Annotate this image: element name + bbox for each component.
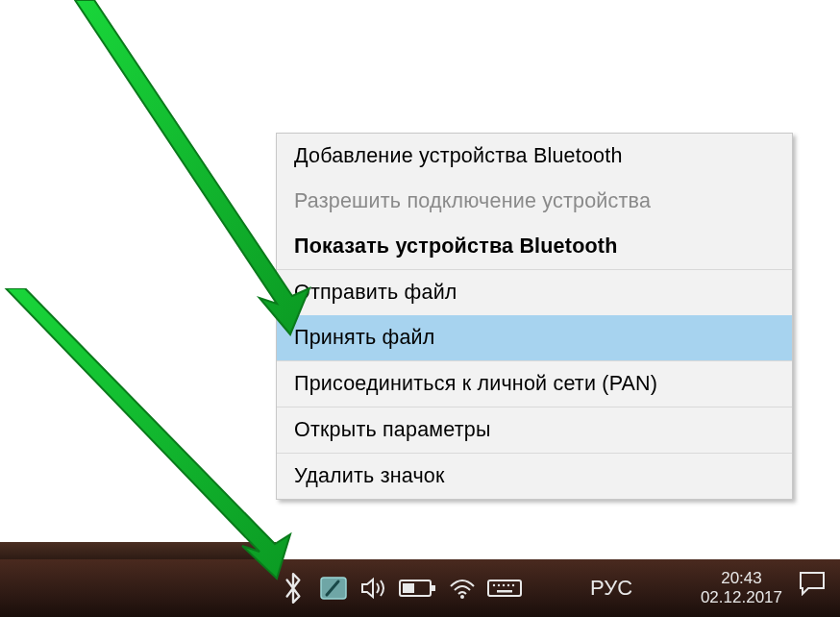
clock-date: 02.12.2017 [701, 588, 782, 607]
language-indicator[interactable]: РУС [590, 559, 632, 617]
svg-rect-11 [497, 590, 512, 593]
menu-item-send-file[interactable]: Отправить файл [277, 270, 792, 315]
menu-item-join-pan[interactable]: Присоединиться к личной сети (PAN) [277, 361, 792, 407]
svg-point-9 [507, 584, 509, 586]
svg-marker-13 [6, 288, 290, 579]
svg-marker-12 [75, 0, 309, 334]
clock[interactable]: 20:43 02.12.2017 [701, 559, 782, 617]
bluetooth-context-menu: Добавление устройства Bluetooth Разрешит… [276, 133, 793, 500]
menu-item-receive-file[interactable]: Принять файл [277, 315, 792, 360]
taskbar: РУС 20:43 02.12.2017 [0, 559, 840, 617]
system-tray [276, 559, 524, 617]
svg-rect-5 [488, 580, 521, 596]
svg-rect-2 [432, 585, 435, 591]
bluetooth-icon[interactable] [276, 571, 310, 605]
svg-point-10 [512, 584, 514, 586]
menu-item-show-devices[interactable]: Показать устройства Bluetooth [277, 224, 792, 269]
svg-point-8 [503, 584, 505, 586]
clock-time: 20:43 [721, 569, 762, 588]
action-center-icon[interactable] [798, 571, 827, 596]
menu-item-remove-icon[interactable]: Удалить значок [277, 454, 792, 499]
svg-point-4 [460, 595, 464, 599]
svg-point-6 [493, 584, 495, 586]
volume-icon[interactable] [357, 571, 391, 605]
svg-rect-3 [403, 583, 414, 593]
wifi-icon[interactable] [445, 571, 480, 605]
menu-item-add-device[interactable]: Добавление устройства Bluetooth [277, 134, 792, 179]
battery-icon[interactable] [397, 571, 439, 605]
svg-point-7 [498, 584, 500, 586]
pen-tablet-icon[interactable] [316, 571, 351, 605]
keyboard-icon[interactable] [485, 571, 524, 605]
taskbar-edge [0, 542, 276, 559]
menu-item-open-settings[interactable]: Открыть параметры [277, 407, 792, 453]
menu-item-allow-connect: Разрешить подключение устройства [277, 179, 792, 224]
